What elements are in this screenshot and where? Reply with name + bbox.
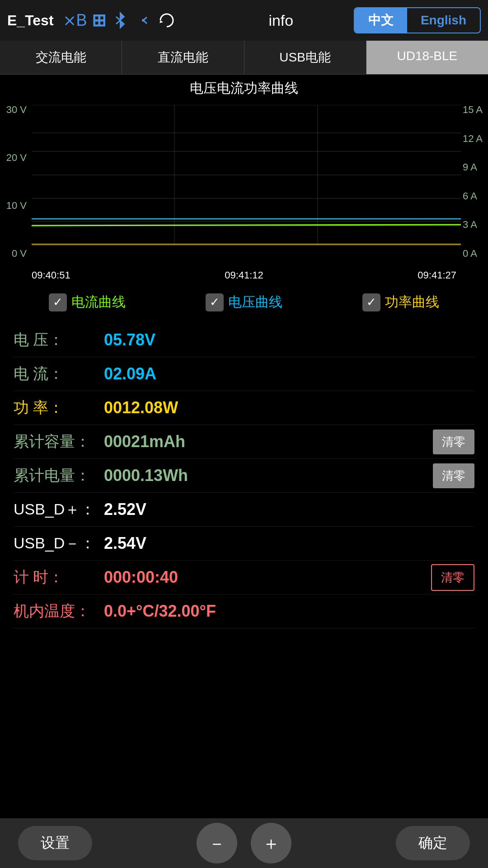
voltage-row: 电 压： 05.78V <box>14 323 474 357</box>
tab-ud18-ble[interactable]: UD18-BLE <box>366 41 488 74</box>
confirm-button[interactable]: 确定 <box>396 826 470 860</box>
y-axis-left: 30 V 20 V 10 V 0 V <box>0 105 29 259</box>
legend-current-label: 电流曲线 <box>71 293 126 311</box>
power-label: 功 率： <box>14 397 104 418</box>
info-label: info <box>208 12 354 29</box>
svg-marker-1 <box>160 20 163 23</box>
bluetooth-icon: ⊞ <box>92 10 106 30</box>
energy-label: 累计电量： <box>14 465 104 486</box>
legend-power-label: 功率曲线 <box>385 293 439 311</box>
capacity-row: 累计容量： 00021mAh 清零 <box>14 425 474 459</box>
x-axis: 09:40:51 09:41:12 09:41:27 <box>0 268 488 281</box>
svg-line-12 <box>32 225 461 226</box>
minus-button[interactable]: － <box>197 823 237 863</box>
usbdn-label: USB_D－： <box>14 533 104 554</box>
usbdp-label: USB_D＋： <box>14 499 104 520</box>
clear-timer-button[interactable]: 清零 <box>431 564 474 591</box>
tab-usb-power[interactable]: USB电能 <box>244 41 366 74</box>
header: E_Test ⨯B ⊞ info 中文 English <box>0 0 488 41</box>
current-label: 电 流： <box>14 363 104 384</box>
legend-voltage[interactable]: ✓ 电压曲线 <box>206 293 282 311</box>
lang-english-button[interactable]: English <box>407 8 480 33</box>
energy-value: 0000.13Wh <box>104 466 188 485</box>
temp-row: 机内温度： 0.0+°C/32.00°F <box>14 594 474 628</box>
bluetooth-icon: ⨯B <box>63 11 87 30</box>
power-value: 0012.08W <box>104 398 178 417</box>
bottom-bar: 设置 － ＋ 确定 <box>0 818 488 868</box>
svg-rect-2 <box>32 105 461 259</box>
legend-current[interactable]: ✓ 电流曲线 <box>49 293 126 311</box>
energy-row: 累计电量： 0000.13Wh 清零 <box>14 459 474 493</box>
y-label-30v: 30 V <box>6 105 27 115</box>
sync-icon[interactable] <box>157 10 177 30</box>
chart-legend: ✓ 电流曲线 ✓ 电压曲线 ✓ 功率曲线 <box>0 286 488 319</box>
temp-label: 机内温度： <box>14 601 104 622</box>
language-toggle: 中文 English <box>354 7 481 33</box>
app-title: E_Test <box>7 12 54 29</box>
tab-bar: 交流电能 直流电能 USB电能 UD18-BLE <box>0 41 488 75</box>
svg-point-0 <box>142 19 145 22</box>
plus-minus-group: － ＋ <box>197 823 291 863</box>
chart-svg <box>32 105 461 259</box>
clear-energy-button[interactable]: 清零 <box>433 463 474 488</box>
checkbox-power[interactable]: ✓ <box>362 293 380 311</box>
usbdn-row: USB_D－： 2.54V <box>14 527 474 561</box>
clear-capacity-button[interactable]: 清零 <box>433 429 474 454</box>
signal-icon <box>134 11 152 30</box>
chart-title: 电压电流功率曲线 <box>0 75 488 100</box>
timer-label: 计 时： <box>14 567 104 588</box>
header-icons: ⨯B ⊞ <box>63 10 208 30</box>
capacity-label: 累计容量： <box>14 431 104 452</box>
lang-chinese-button[interactable]: 中文 <box>355 8 407 33</box>
x-label-2: 09:41:27 <box>418 269 456 281</box>
current-row: 电 流： 02.09A <box>14 357 474 391</box>
usbdn-value: 2.54V <box>104 534 146 553</box>
timer-row: 计 时： 000:00:40 清零 <box>14 561 474 594</box>
data-section: 电 压： 05.78V 电 流： 02.09A 功 率： 0012.08W 累计… <box>0 319 488 633</box>
tab-ac-power[interactable]: 交流电能 <box>0 41 122 74</box>
x-label-0: 09:40:51 <box>32 269 70 281</box>
y-label-6a: 6 A <box>463 191 477 201</box>
checkbox-current[interactable]: ✓ <box>49 293 67 311</box>
y-label-0v: 0 V <box>12 249 27 259</box>
legend-power[interactable]: ✓ 功率曲线 <box>362 293 439 311</box>
bluetooth-icon <box>111 11 130 30</box>
tab-dc-power[interactable]: 直流电能 <box>122 41 244 74</box>
timer-value: 000:00:40 <box>104 568 178 587</box>
usbdp-row: USB_D＋： 2.52V <box>14 493 474 527</box>
y-label-9a: 9 A <box>463 162 477 172</box>
plus-button[interactable]: ＋ <box>251 823 291 863</box>
y-label-20v: 20 V <box>6 153 27 163</box>
voltage-value: 05.78V <box>104 330 155 349</box>
usbdp-value: 2.52V <box>104 500 146 519</box>
y-label-10v: 10 V <box>6 201 27 211</box>
y-label-15a: 15 A <box>463 105 483 115</box>
voltage-label: 电 压： <box>14 330 104 350</box>
legend-voltage-label: 电压曲线 <box>228 293 282 311</box>
power-row: 功 率： 0012.08W <box>14 391 474 425</box>
settings-button[interactable]: 设置 <box>18 826 92 860</box>
capacity-value: 00021mAh <box>104 432 185 451</box>
temp-value: 0.0+°C/32.00°F <box>104 602 216 621</box>
y-label-12a: 12 A <box>463 134 483 144</box>
current-value: 02.09A <box>104 364 156 383</box>
y-axis-right: 15 A 12 A 9 A 6 A 3 A 0 A <box>461 105 488 259</box>
checkbox-voltage[interactable]: ✓ <box>206 293 224 311</box>
y-label-0a: 0 A <box>463 249 477 259</box>
x-label-1: 09:41:12 <box>225 269 263 281</box>
chart-container: 30 V 20 V 10 V 0 V 15 A 12 A 9 A 6 A 3 A… <box>0 100 488 286</box>
y-label-3a: 3 A <box>463 220 477 230</box>
